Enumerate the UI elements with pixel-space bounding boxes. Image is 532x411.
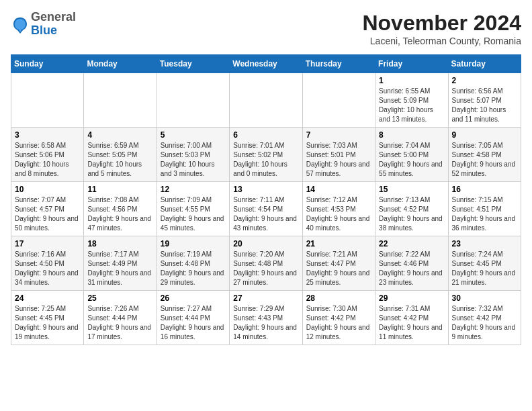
day-info: Sunrise: 6:59 AM Sunset: 5:05 PM Dayligh… bbox=[87, 141, 152, 179]
logo-general-text: General bbox=[31, 10, 76, 24]
logo-blue-text: Blue bbox=[31, 24, 57, 37]
day-number: 5 bbox=[161, 130, 226, 140]
day-number: 16 bbox=[452, 185, 517, 194]
day-info: Sunrise: 7:05 AM Sunset: 4:58 PM Dayligh… bbox=[452, 141, 517, 179]
calendar-cell: 25Sunrise: 7:26 AM Sunset: 4:44 PM Dayli… bbox=[84, 291, 157, 345]
calendar-cell bbox=[84, 73, 157, 128]
day-number: 27 bbox=[233, 293, 298, 303]
calendar-cell: 23Sunrise: 7:24 AM Sunset: 4:45 PM Dayli… bbox=[448, 236, 521, 291]
day-number: 8 bbox=[379, 130, 444, 140]
calendar-cell: 27Sunrise: 7:29 AM Sunset: 4:43 PM Dayli… bbox=[230, 291, 302, 345]
day-info: Sunrise: 7:20 AM Sunset: 4:48 PM Dayligh… bbox=[233, 250, 298, 287]
calendar-cell: 4Sunrise: 6:59 AM Sunset: 5:05 PM Daylig… bbox=[84, 128, 157, 182]
calendar-cell: 18Sunrise: 7:17 AM Sunset: 4:49 PM Dayli… bbox=[84, 236, 157, 291]
calendar-cell bbox=[157, 73, 229, 128]
day-number: 11 bbox=[87, 185, 152, 194]
day-number: 26 bbox=[161, 293, 226, 303]
day-info: Sunrise: 7:31 AM Sunset: 4:42 PM Dayligh… bbox=[379, 304, 444, 342]
day-info: Sunrise: 7:19 AM Sunset: 4:48 PM Dayligh… bbox=[161, 250, 226, 287]
day-number: 22 bbox=[379, 239, 444, 248]
day-info: Sunrise: 7:17 AM Sunset: 4:49 PM Dayligh… bbox=[87, 250, 152, 287]
logo-icon bbox=[11, 15, 30, 34]
day-number: 18 bbox=[87, 239, 152, 248]
calendar-week-row: 17Sunrise: 7:16 AM Sunset: 4:50 PM Dayli… bbox=[11, 236, 521, 291]
day-number: 4 bbox=[87, 130, 152, 140]
day-info: Sunrise: 7:12 AM Sunset: 4:53 PM Dayligh… bbox=[306, 195, 371, 233]
day-info: Sunrise: 7:01 AM Sunset: 5:02 PM Dayligh… bbox=[233, 141, 298, 179]
day-number: 3 bbox=[15, 130, 80, 140]
day-number: 1 bbox=[379, 76, 444, 85]
day-number: 15 bbox=[379, 185, 444, 194]
weekday-header: Tuesday bbox=[157, 55, 229, 73]
calendar-cell bbox=[230, 73, 302, 128]
calendar-table: SundayMondayTuesdayWednesdayThursdayFrid… bbox=[11, 54, 521, 345]
calendar-cell: 3Sunrise: 6:58 AM Sunset: 5:06 PM Daylig… bbox=[11, 128, 84, 182]
day-info: Sunrise: 6:58 AM Sunset: 5:06 PM Dayligh… bbox=[15, 141, 80, 179]
day-number: 7 bbox=[306, 130, 371, 140]
day-info: Sunrise: 7:11 AM Sunset: 4:54 PM Dayligh… bbox=[233, 195, 298, 233]
day-info: Sunrise: 7:21 AM Sunset: 4:47 PM Dayligh… bbox=[306, 250, 371, 287]
calendar-cell: 12Sunrise: 7:09 AM Sunset: 4:55 PM Dayli… bbox=[157, 182, 229, 236]
title-block: November 2024 Laceni, Teleorman County, … bbox=[362, 11, 521, 46]
day-number: 20 bbox=[233, 239, 298, 248]
day-info: Sunrise: 7:26 AM Sunset: 4:44 PM Dayligh… bbox=[87, 304, 152, 342]
calendar-cell: 16Sunrise: 7:15 AM Sunset: 4:51 PM Dayli… bbox=[448, 182, 521, 236]
page-header: General Blue November 2024 Laceni, Teleo… bbox=[11, 11, 521, 46]
day-number: 30 bbox=[452, 293, 517, 303]
calendar-cell: 21Sunrise: 7:21 AM Sunset: 4:47 PM Dayli… bbox=[302, 236, 375, 291]
calendar-cell: 20Sunrise: 7:20 AM Sunset: 4:48 PM Dayli… bbox=[230, 236, 302, 291]
day-info: Sunrise: 7:27 AM Sunset: 4:44 PM Dayligh… bbox=[161, 304, 226, 342]
calendar-cell: 8Sunrise: 7:04 AM Sunset: 5:00 PM Daylig… bbox=[375, 128, 448, 182]
calendar-cell: 9Sunrise: 7:05 AM Sunset: 4:58 PM Daylig… bbox=[448, 128, 521, 182]
calendar-cell: 26Sunrise: 7:27 AM Sunset: 4:44 PM Dayli… bbox=[157, 291, 229, 345]
calendar-cell bbox=[11, 73, 84, 128]
calendar-week-row: 1Sunrise: 6:55 AM Sunset: 5:09 PM Daylig… bbox=[11, 73, 521, 128]
day-number: 21 bbox=[306, 239, 371, 248]
day-number: 6 bbox=[233, 130, 298, 140]
day-number: 23 bbox=[452, 239, 517, 248]
day-info: Sunrise: 7:22 AM Sunset: 4:46 PM Dayligh… bbox=[379, 250, 444, 287]
day-info: Sunrise: 7:04 AM Sunset: 5:00 PM Dayligh… bbox=[379, 141, 444, 179]
day-number: 25 bbox=[87, 293, 152, 303]
day-info: Sunrise: 7:08 AM Sunset: 4:56 PM Dayligh… bbox=[87, 195, 152, 233]
calendar-cell: 13Sunrise: 7:11 AM Sunset: 4:54 PM Dayli… bbox=[230, 182, 302, 236]
day-number: 29 bbox=[379, 293, 444, 303]
calendar-cell: 24Sunrise: 7:25 AM Sunset: 4:45 PM Dayli… bbox=[11, 291, 84, 345]
weekday-header: Monday bbox=[84, 55, 157, 73]
calendar-cell: 28Sunrise: 7:30 AM Sunset: 4:42 PM Dayli… bbox=[302, 291, 375, 345]
calendar-cell: 11Sunrise: 7:08 AM Sunset: 4:56 PM Dayli… bbox=[84, 182, 157, 236]
calendar-cell: 10Sunrise: 7:07 AM Sunset: 4:57 PM Dayli… bbox=[11, 182, 84, 236]
weekday-header: Sunday bbox=[11, 55, 84, 73]
day-number: 17 bbox=[15, 239, 80, 248]
day-info: Sunrise: 7:09 AM Sunset: 4:55 PM Dayligh… bbox=[161, 195, 226, 233]
day-info: Sunrise: 7:16 AM Sunset: 4:50 PM Dayligh… bbox=[15, 250, 80, 287]
day-info: Sunrise: 7:07 AM Sunset: 4:57 PM Dayligh… bbox=[15, 195, 80, 233]
calendar-cell: 22Sunrise: 7:22 AM Sunset: 4:46 PM Dayli… bbox=[375, 236, 448, 291]
day-info: Sunrise: 7:13 AM Sunset: 4:52 PM Dayligh… bbox=[379, 195, 444, 233]
day-info: Sunrise: 6:55 AM Sunset: 5:09 PM Dayligh… bbox=[379, 87, 444, 124]
day-info: Sunrise: 7:24 AM Sunset: 4:45 PM Dayligh… bbox=[452, 250, 517, 287]
day-info: Sunrise: 7:25 AM Sunset: 4:45 PM Dayligh… bbox=[15, 304, 80, 342]
day-number: 2 bbox=[452, 76, 517, 85]
weekday-header: Friday bbox=[375, 55, 448, 73]
day-info: Sunrise: 7:29 AM Sunset: 4:43 PM Dayligh… bbox=[233, 304, 298, 342]
day-number: 19 bbox=[161, 239, 226, 248]
weekday-header: Wednesday bbox=[230, 55, 302, 73]
calendar-cell: 6Sunrise: 7:01 AM Sunset: 5:02 PM Daylig… bbox=[230, 128, 302, 182]
calendar-cell: 5Sunrise: 7:00 AM Sunset: 5:03 PM Daylig… bbox=[157, 128, 229, 182]
weekday-header: Saturday bbox=[448, 55, 521, 73]
calendar-cell: 15Sunrise: 7:13 AM Sunset: 4:52 PM Dayli… bbox=[375, 182, 448, 236]
weekday-header: Thursday bbox=[302, 55, 375, 73]
day-info: Sunrise: 7:32 AM Sunset: 4:42 PM Dayligh… bbox=[452, 304, 517, 342]
logo: General Blue bbox=[11, 11, 76, 38]
day-info: Sunrise: 7:00 AM Sunset: 5:03 PM Dayligh… bbox=[161, 141, 226, 179]
day-info: Sunrise: 6:56 AM Sunset: 5:07 PM Dayligh… bbox=[452, 87, 517, 124]
day-info: Sunrise: 7:30 AM Sunset: 4:42 PM Dayligh… bbox=[306, 304, 371, 342]
calendar-cell: 2Sunrise: 6:56 AM Sunset: 5:07 PM Daylig… bbox=[448, 73, 521, 128]
calendar-cell: 1Sunrise: 6:55 AM Sunset: 5:09 PM Daylig… bbox=[375, 73, 448, 128]
calendar-cell: 14Sunrise: 7:12 AM Sunset: 4:53 PM Dayli… bbox=[302, 182, 375, 236]
calendar-cell: 29Sunrise: 7:31 AM Sunset: 4:42 PM Dayli… bbox=[375, 291, 448, 345]
location-subtitle: Laceni, Teleorman County, Romania bbox=[362, 36, 521, 46]
day-info: Sunrise: 7:03 AM Sunset: 5:01 PM Dayligh… bbox=[306, 141, 371, 179]
weekday-header-row: SundayMondayTuesdayWednesdayThursdayFrid… bbox=[11, 55, 521, 73]
